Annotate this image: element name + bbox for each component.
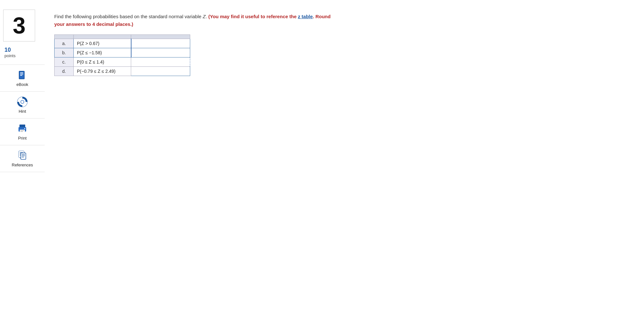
points-value: 10 [4,47,45,53]
svg-rect-24 [22,157,24,157]
hint-label: Hint [19,109,26,114]
row-a-desc: P(Z > 0.67) [74,39,131,48]
row-c-desc: P(0 ≤ Z ≤ 1.4) [74,57,131,67]
row-d-input[interactable] [132,69,189,74]
question-text: Find the following probabilities based o… [54,13,341,28]
row-c-input-cell [131,57,190,67]
svg-rect-13 [20,131,23,132]
svg-rect-21 [21,153,26,159]
question-variable: Z [203,14,206,19]
row-b-input-cell [131,48,190,57]
hint-icon [17,96,28,108]
table-row: a. P(Z > 0.67) [55,39,190,48]
z-table-link[interactable]: z table [298,14,313,19]
svg-rect-22 [22,154,25,155]
book-icon [17,69,28,81]
references-label: References [12,163,33,167]
row-b-desc: P(Z ≤ −1.58) [74,48,131,57]
svg-rect-11 [20,130,25,132]
header-col-3 [131,35,190,39]
row-a-input-cell [131,39,190,48]
header-col-1 [55,35,74,39]
sidebar: 3 10 points eBook [0,6,45,314]
probability-table: a. P(Z > 0.67) b. P(Z ≤ −1.58) c. [54,34,190,76]
main-content: Find the following probabilities based o… [45,6,644,314]
svg-rect-14 [24,128,25,129]
sidebar-item-print[interactable]: Print [0,118,45,145]
row-b-label: b. [55,48,74,57]
row-d-label: d. [55,67,74,76]
question-number: 3 [13,12,26,39]
references-icon [17,150,28,161]
sidebar-item-ebook[interactable]: eBook [0,65,45,91]
print-icon [17,123,28,134]
row-a-label: a. [55,39,74,48]
row-a-input[interactable] [133,41,189,46]
svg-rect-3 [20,74,23,74]
print-label: Print [18,136,27,141]
svg-rect-23 [22,156,25,156]
row-b-input[interactable] [133,50,189,55]
row-c-label: c. [55,57,74,67]
svg-rect-4 [20,75,22,76]
sidebar-item-hint[interactable]: Hint [0,91,45,118]
page-wrapper: 3 10 points eBook [0,0,644,320]
table-header-row [55,35,190,39]
table-row: b. P(Z ≤ −1.58) [55,48,190,57]
ebook-label: eBook [17,82,28,87]
points-box: 10 points [4,47,45,58]
svg-point-7 [21,100,24,103]
row-d-desc: P(−0.79 ≤ Z ≤ 2.49) [74,67,131,76]
row-d-input-cell [131,67,190,76]
table-row: c. P(0 ≤ Z ≤ 1.4) [55,57,190,67]
header-col-2 [74,35,131,39]
row-c-input[interactable] [132,59,189,65]
question-number-box: 3 [3,10,35,42]
svg-rect-2 [20,72,23,73]
table-row: d. P(−0.79 ≤ Z ≤ 2.49) [55,67,190,76]
question-text-plain: Find the following probabilities based o… [54,14,203,19]
sidebar-item-references[interactable]: References [0,145,45,172]
svg-rect-12 [20,130,24,131]
points-label: points [4,53,45,58]
